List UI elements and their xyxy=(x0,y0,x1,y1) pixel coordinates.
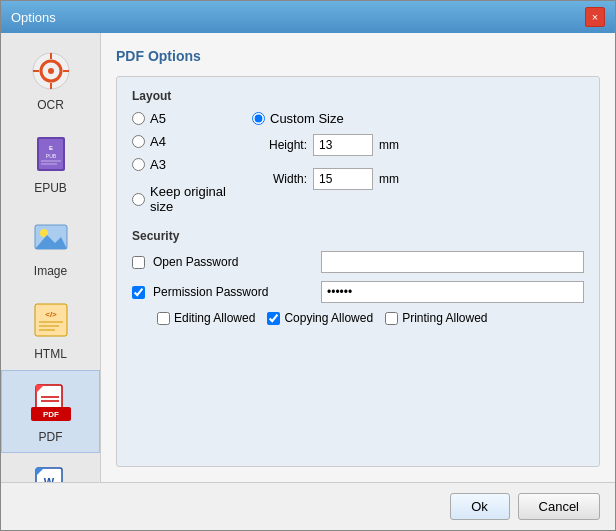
sidebar-label-html: HTML xyxy=(34,347,67,361)
svg-rect-16 xyxy=(35,304,67,336)
layout-grid: A5 A4 A3 Ke xyxy=(132,111,584,214)
sidebar-label-epub: EPUB xyxy=(34,181,67,195)
ok-button[interactable]: Ok xyxy=(450,493,510,520)
height-row: Height: mm xyxy=(252,134,399,156)
width-unit: mm xyxy=(379,172,399,186)
section-title: PDF Options xyxy=(116,48,600,64)
radio-custom-row: Custom Size xyxy=(252,111,399,126)
svg-text:PUB: PUB xyxy=(45,153,56,159)
window-body: OCR E PUB EPUB xyxy=(1,33,615,482)
footer: Ok Cancel xyxy=(1,482,615,530)
label-a4: A4 xyxy=(150,134,166,149)
title-bar: Options × xyxy=(1,1,615,33)
width-row: Width: mm xyxy=(252,168,399,190)
editing-allowed-label: Editing Allowed xyxy=(174,311,255,325)
permissions-row: Editing Allowed Copying Allowed Printing… xyxy=(157,311,584,325)
open-password-checkbox[interactable] xyxy=(132,256,145,269)
image-icon xyxy=(27,213,75,261)
label-custom: Custom Size xyxy=(270,111,344,126)
sidebar-item-epub[interactable]: E PUB EPUB xyxy=(1,121,100,204)
open-password-input[interactable] xyxy=(321,251,584,273)
pdf-icon: PDF xyxy=(27,379,75,427)
radio-a4[interactable] xyxy=(132,135,145,148)
sidebar-item-pdf[interactable]: PDF PDF xyxy=(1,370,100,453)
printing-allowed-label: Printing Allowed xyxy=(402,311,487,325)
permission-password-checkbox[interactable] xyxy=(132,286,145,299)
sidebar-item-html[interactable]: </> HTML xyxy=(1,287,100,370)
label-a3: A3 xyxy=(150,157,166,172)
sidebar-item-ocr[interactable]: OCR xyxy=(1,38,100,121)
layout-right-col: Custom Size Height: mm Width: mm xyxy=(252,111,399,214)
options-window: Options × OCR xyxy=(0,0,616,531)
window-title: Options xyxy=(11,10,56,25)
sidebar-label-image: Image xyxy=(34,264,67,278)
radio-a5[interactable] xyxy=(132,112,145,125)
printing-allowed-checkbox[interactable] xyxy=(385,312,398,325)
open-password-label: Open Password xyxy=(153,255,313,269)
radio-a3[interactable] xyxy=(132,158,145,171)
radio-custom[interactable] xyxy=(252,112,265,125)
copying-allowed-checkbox[interactable] xyxy=(267,312,280,325)
svg-text:</>: </> xyxy=(45,310,57,319)
copying-allowed-label: Copying Allowed xyxy=(284,311,373,325)
layout-section: Layout A5 A4 xyxy=(132,89,584,214)
sidebar-label-ocr: OCR xyxy=(37,98,64,112)
radio-a4-row: A4 xyxy=(132,134,252,149)
content-area: PDF Options Layout A5 xyxy=(101,33,615,482)
editing-allowed-checkbox[interactable] xyxy=(157,312,170,325)
radio-keep-row: Keep original size xyxy=(132,184,252,214)
svg-point-6 xyxy=(48,68,54,74)
html-icon: </> xyxy=(27,296,75,344)
epub-icon: E PUB xyxy=(27,130,75,178)
sidebar-label-pdf: PDF xyxy=(39,430,63,444)
permission-password-input[interactable] xyxy=(321,281,584,303)
security-section: Security Open Password Permission Passwo… xyxy=(132,229,584,325)
open-password-row: Open Password xyxy=(132,251,584,273)
permission-password-row: Permission Password xyxy=(132,281,584,303)
sidebar-item-office-word[interactable]: Word W Office Word xyxy=(1,453,100,482)
layout-left-col: A5 A4 A3 Ke xyxy=(132,111,252,214)
label-a5: A5 xyxy=(150,111,166,126)
sidebar-item-image[interactable]: Image xyxy=(1,204,100,287)
word-icon: Word W xyxy=(27,462,75,482)
radio-keep[interactable] xyxy=(132,193,145,206)
radio-a3-row: A3 xyxy=(132,157,252,172)
height-label: Height: xyxy=(252,138,307,152)
security-group-label: Security xyxy=(132,229,584,243)
height-input[interactable] xyxy=(313,134,373,156)
editing-allowed-item: Editing Allowed xyxy=(157,311,255,325)
copying-allowed-item: Copying Allowed xyxy=(267,311,373,325)
cancel-button[interactable]: Cancel xyxy=(518,493,600,520)
ocr-icon xyxy=(27,47,75,95)
height-unit: mm xyxy=(379,138,399,152)
printing-allowed-item: Printing Allowed xyxy=(385,311,487,325)
radio-a5-row: A5 xyxy=(132,111,252,126)
permission-password-label: Permission Password xyxy=(153,285,313,299)
close-button[interactable]: × xyxy=(585,7,605,27)
width-label: Width: xyxy=(252,172,307,186)
width-input[interactable] xyxy=(313,168,373,190)
svg-text:PDF: PDF xyxy=(43,410,59,419)
label-keep: Keep original size xyxy=(150,184,252,214)
layout-group-label: Layout xyxy=(132,89,584,103)
options-panel: Layout A5 A4 xyxy=(116,76,600,467)
sidebar: OCR E PUB EPUB xyxy=(1,33,101,482)
svg-text:E: E xyxy=(48,145,52,151)
